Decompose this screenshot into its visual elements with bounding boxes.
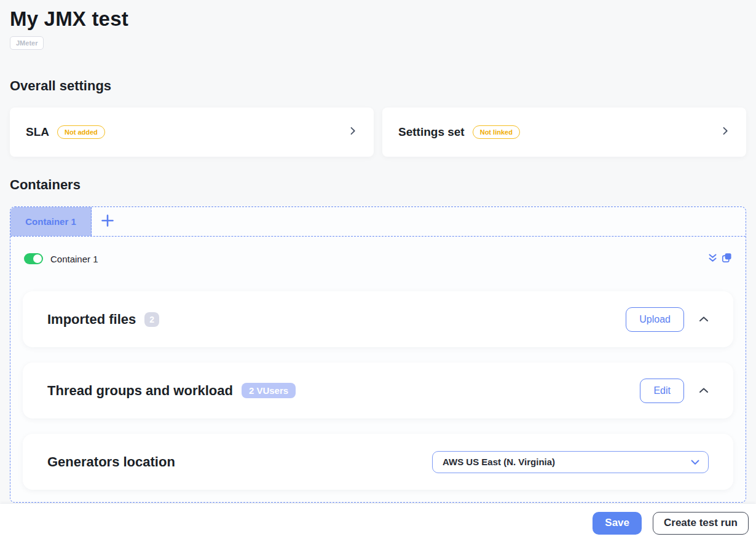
chevron-up-icon — [699, 315, 709, 324]
duplicate-container-button[interactable] — [722, 253, 732, 265]
generators-location-card: Generators location AWS US East (N. Virg… — [23, 434, 733, 490]
imported-files-title: Imported files — [47, 312, 136, 328]
settings-set-card[interactable]: Settings set Not linked — [382, 108, 746, 157]
containers-heading: Containers — [10, 177, 746, 193]
save-button[interactable]: Save — [593, 512, 642, 535]
tab-container-1[interactable]: Container 1 — [10, 207, 92, 236]
container-name-label: Container 1 — [50, 254, 98, 264]
generators-location-title: Generators location — [47, 454, 175, 470]
test-editor-page: My JMX test JMeter Overall settings SLA … — [0, 0, 756, 503]
plus-icon — [100, 213, 115, 230]
create-test-run-button[interactable]: Create test run — [653, 512, 749, 535]
tab-container-1-label: Container 1 — [25, 216, 76, 227]
generators-location-select[interactable]: AWS US East (N. Virginia) — [432, 451, 709, 473]
settings-set-status-badge: Not linked — [473, 125, 520, 139]
add-container-button[interactable] — [92, 207, 124, 236]
toggle-knob — [33, 254, 42, 263]
container-tab-strip: Container 1 — [10, 207, 746, 237]
copy-icon — [722, 253, 732, 265]
generators-location-value: AWS US East (N. Virginia) — [443, 457, 555, 467]
chevron-up-icon — [699, 386, 709, 395]
chevron-right-icon — [720, 126, 730, 138]
chevron-right-icon — [348, 126, 358, 138]
imported-files-count-badge: 2 — [144, 312, 159, 327]
sla-card[interactable]: SLA Not added — [10, 108, 374, 157]
container-header-row: Container 1 — [10, 237, 746, 265]
sla-label: SLA — [26, 125, 49, 139]
imported-files-collapse-button[interactable] — [699, 315, 709, 324]
thread-groups-collapse-button[interactable] — [699, 386, 709, 395]
footer-action-bar: Save Create test run — [0, 504, 756, 542]
settings-set-label: Settings set — [398, 125, 465, 139]
page-title: My JMX test — [10, 7, 746, 31]
containers-panel: Container 1 Container 1 — [10, 206, 746, 503]
chevron-down-icon — [691, 457, 699, 468]
test-type-badge: JMeter — [10, 36, 44, 50]
overall-settings-cards: SLA Not added Settings set Not linked — [10, 108, 746, 157]
double-chevron-down-icon — [708, 253, 717, 265]
thread-groups-card: Thread groups and workload 2 VUsers Edit — [23, 363, 733, 418]
container-enabled-toggle[interactable] — [24, 253, 43, 264]
edit-button[interactable]: Edit — [640, 379, 684, 403]
thread-groups-title: Thread groups and workload — [47, 383, 233, 399]
collapse-all-button[interactable] — [708, 253, 717, 265]
imported-files-card: Imported files 2 Upload — [23, 291, 733, 347]
upload-button[interactable]: Upload — [626, 307, 684, 332]
vusers-badge: 2 VUsers — [242, 383, 296, 398]
sla-status-badge: Not added — [57, 125, 105, 139]
overall-settings-heading: Overall settings — [10, 78, 746, 94]
